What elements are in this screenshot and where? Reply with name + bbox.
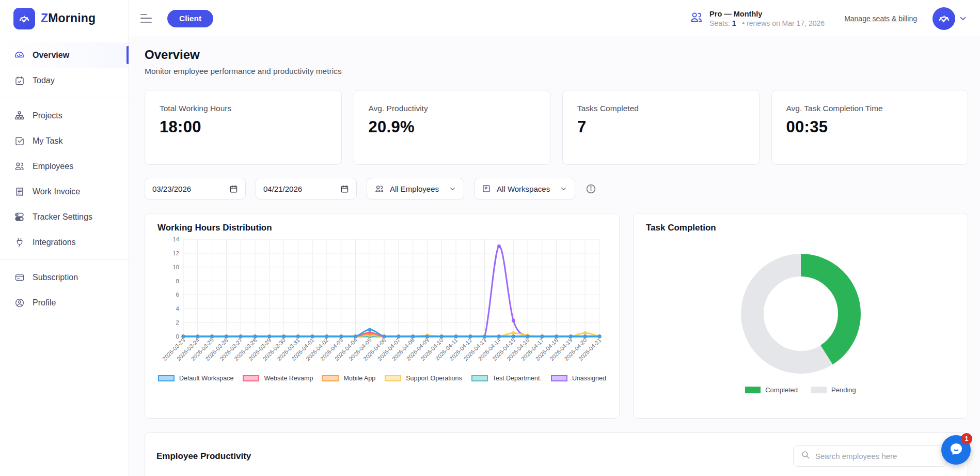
working-hours-line-chart: 024681012142026-03-232026-03-242026-03-2…: [157, 233, 607, 374]
plan-details: Seats: 1 • renews on Mar 17, 2026: [709, 19, 825, 27]
legend-swatch: [385, 375, 401, 381]
account-chevron-down-icon[interactable]: [958, 14, 968, 23]
chat-notification-badge: 1: [961, 433, 972, 444]
stat-card-tasks-completed: Tasks Completed 7: [562, 90, 760, 165]
gauge-icon: [14, 50, 25, 60]
svg-text:14: 14: [172, 236, 179, 242]
users-icon: [374, 184, 384, 194]
stat-card-avg-task-completion-time: Avg. Task Completion Time 00:35: [771, 90, 969, 165]
stat-card-avg-productivity: Avg. Productivity 20.9%: [354, 90, 551, 165]
task-completion-donut-chart: [736, 249, 866, 381]
manage-seats-billing-link[interactable]: Manage seats & billing: [844, 14, 917, 23]
employees-filter-dropdown[interactable]: All Employees: [367, 178, 464, 199]
workspaces-filter-dropdown[interactable]: All Workspaces: [474, 178, 575, 199]
sidebar-item-employees[interactable]: Employees: [0, 153, 129, 179]
app-logo[interactable]: ZMorning: [0, 0, 129, 37]
sitemap-icon: [14, 110, 25, 121]
employee-productivity-title: Employee Productivity: [156, 451, 251, 462]
sidebar-item-today[interactable]: Today: [0, 68, 129, 93]
toggles-icon: [14, 211, 25, 222]
sidebar-item-tracker-settings[interactable]: Tracker Settings: [0, 204, 129, 229]
stat-value: 00:35: [786, 118, 954, 136]
chat-bubble-icon: [949, 441, 964, 459]
legend-swatch: [551, 375, 567, 381]
sidebar-item-label: Projects: [33, 111, 62, 120]
working-hours-legend: Default WorkspaceWebsite RevampMobile Ap…: [157, 375, 607, 382]
stat-value: 7: [577, 118, 745, 136]
user-avatar[interactable]: [932, 7, 955, 30]
sidebar-item-label: Overview: [33, 51, 69, 60]
page-title: Overview: [145, 48, 968, 62]
legend-item[interactable]: Completed: [745, 386, 798, 394]
legend-item[interactable]: Support Operations: [385, 375, 462, 382]
stat-label: Avg. Task Completion Time: [786, 104, 954, 113]
profile-icon: [14, 297, 25, 308]
legend-item[interactable]: Test Department.: [471, 375, 542, 382]
task-completion-legend: CompletedPending: [745, 386, 856, 394]
stat-label: Total Working Hours: [160, 104, 327, 113]
brand-gauge-icon: [13, 8, 35, 29]
sidebar-divider: [0, 98, 129, 98]
sidebar-item-my-task[interactable]: My Task: [0, 128, 129, 153]
working-hours-distribution-card: Working Hours Distribution 0246810121420…: [145, 213, 620, 419]
chevron-down-icon: [449, 185, 456, 193]
menu-toggle-icon[interactable]: [140, 12, 153, 25]
info-icon[interactable]: [586, 183, 596, 194]
renewal-text: • renews on Mar 17, 2026: [742, 19, 825, 27]
stat-label: Avg. Productivity: [369, 104, 536, 113]
svg-text:12: 12: [172, 250, 179, 256]
sidebar-item-label: Subscription: [33, 273, 78, 282]
search-icon: [801, 450, 810, 462]
legend-swatch: [811, 387, 827, 393]
sidebar-item-profile[interactable]: Profile: [0, 290, 129, 315]
sidebar-item-label: Work Invoice: [33, 187, 80, 196]
sidebar-nav: OverviewTodayProjectsMy TaskEmployeesWor…: [0, 37, 129, 315]
sidebar-item-projects[interactable]: Projects: [0, 103, 129, 128]
start-date-input[interactable]: 03/23/2026: [145, 178, 246, 199]
employee-search-input[interactable]: [815, 452, 939, 460]
sidebar-divider: [0, 259, 129, 260]
legend-label: Support Operations: [406, 375, 462, 382]
legend-swatch: [745, 387, 761, 393]
sidebar-item-label: My Task: [33, 136, 62, 146]
svg-text:6: 6: [176, 291, 179, 298]
sidebar: ZMorning OverviewTodayProjectsMy TaskEmp…: [0, 0, 129, 476]
svg-text:4: 4: [176, 305, 180, 312]
stat-card-total-working-hours: Total Working Hours 18:00: [145, 90, 342, 165]
client-button[interactable]: Client: [167, 10, 213, 27]
plan-summary: Pro — Monthly Seats: 1 • renews on Mar 1…: [709, 10, 825, 27]
task-completion-card: Task Completion CompletedPending: [633, 213, 968, 419]
task-check-icon: [14, 135, 25, 146]
stats-row: Total Working Hours 18:00 Avg. Productiv…: [145, 90, 968, 165]
chevron-down-icon: [560, 185, 567, 193]
employee-search-box: [793, 445, 947, 467]
legend-item[interactable]: Mobile App: [322, 375, 375, 382]
legend-swatch: [322, 375, 339, 381]
svg-text:8: 8: [176, 278, 179, 284]
legend-label: Unassigned: [572, 375, 606, 382]
legend-item[interactable]: Pending: [811, 386, 856, 394]
employee-productivity-card: Employee Productivity: [145, 432, 968, 476]
chat-widget-button[interactable]: 1: [941, 435, 971, 465]
end-date-input[interactable]: 04/21/2026: [256, 178, 357, 199]
sidebar-item-label: Today: [33, 76, 55, 85]
calendar-icon: [14, 75, 25, 86]
sidebar-item-label: Integrations: [33, 238, 76, 247]
sidebar-item-label: Employees: [33, 162, 73, 171]
plan-name: Pro — Monthly: [709, 10, 825, 18]
workspace-icon: [482, 184, 491, 193]
sidebar-item-subscription[interactable]: Subscription: [0, 265, 129, 290]
sidebar-item-label: Profile: [33, 298, 56, 308]
legend-item[interactable]: Website Revamp: [243, 375, 313, 382]
stat-label: Tasks Completed: [577, 104, 745, 113]
filter-row: 03/23/2026 04/21/2026 All Employees: [145, 178, 968, 199]
svg-text:2: 2: [176, 319, 179, 326]
stat-value: 18:00: [160, 118, 327, 136]
legend-label: Pending: [831, 386, 856, 394]
sidebar-item-work-invoice[interactable]: Work Invoice: [0, 179, 129, 204]
legend-item[interactable]: Default Workspace: [158, 375, 233, 382]
legend-item[interactable]: Unassigned: [551, 375, 606, 382]
sidebar-item-label: Tracker Settings: [33, 212, 92, 222]
sidebar-item-integrations[interactable]: Integrations: [0, 229, 129, 255]
sidebar-item-overview[interactable]: Overview: [0, 42, 129, 68]
